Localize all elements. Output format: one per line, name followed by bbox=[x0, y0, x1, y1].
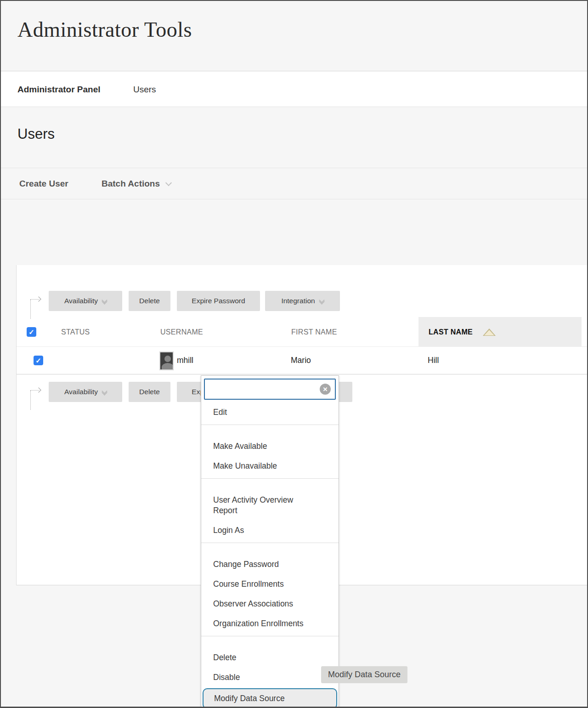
menu-item-make-unavailable[interactable]: Make Unavailable bbox=[201, 456, 339, 476]
menu-divider bbox=[201, 425, 339, 434]
modify-data-source-tooltip: Modify Data Source bbox=[321, 666, 407, 683]
menu-item-change-password[interactable]: Change Password bbox=[201, 555, 339, 574]
table-row: ✓ mhill Mario Hill bbox=[17, 347, 588, 374]
menu-item-organization-enrollments[interactable]: Organization Enrollments bbox=[201, 614, 339, 634]
delete-button[interactable]: Delete bbox=[129, 382, 170, 402]
cell-username[interactable]: mhill bbox=[177, 347, 193, 374]
page-header: Administrator Tools bbox=[1, 1, 587, 71]
triangle-up-sort-icon[interactable] bbox=[483, 329, 496, 336]
menu-item-disable[interactable]: Disable bbox=[201, 668, 339, 687]
menu-search-input[interactable] bbox=[205, 379, 335, 399]
menu-item-user-activity-overview-report[interactable]: User Activity Overview Report bbox=[201, 490, 339, 521]
menu-item-course-enrollments[interactable]: Course Enrollments bbox=[201, 574, 339, 594]
dotted-arrow-right-icon bbox=[30, 295, 42, 319]
menu-divider bbox=[201, 636, 339, 646]
column-header-first-name[interactable]: FIRST NAME bbox=[291, 317, 337, 347]
double-chevron-down-icon bbox=[102, 298, 107, 304]
menu-search-box: ✕ bbox=[204, 379, 336, 400]
user-context-menu: ✕ Edit Make Available Make Unavailable U… bbox=[201, 375, 339, 708]
menu-item-edit[interactable]: Edit bbox=[201, 402, 339, 422]
double-chevron-down-icon bbox=[102, 389, 107, 395]
column-header-status[interactable]: STATUS bbox=[61, 317, 90, 347]
table-header-row: ✓ STATUS USERNAME FIRST NAME LAST NAME bbox=[17, 317, 588, 347]
create-user-button[interactable]: Create User bbox=[19, 168, 68, 199]
chevron-down-icon bbox=[165, 180, 172, 186]
availability-button[interactable]: Availability bbox=[49, 291, 122, 311]
page-title: Administrator Tools bbox=[17, 17, 192, 42]
menu-divider bbox=[201, 543, 339, 552]
menu-item-modify-data-source[interactable]: Modify Data Source bbox=[203, 688, 337, 708]
menu-item-delete[interactable]: Delete bbox=[201, 648, 339, 668]
menu-item-make-available[interactable]: Make Available bbox=[201, 436, 339, 456]
column-header-last-name[interactable]: LAST NAME bbox=[429, 317, 473, 347]
select-all-checkbox[interactable]: ✓ bbox=[27, 327, 36, 337]
batch-actions-button[interactable]: Batch Actions bbox=[102, 168, 171, 199]
user-avatar bbox=[159, 351, 174, 370]
action-strip: Create User Batch Actions bbox=[1, 168, 587, 199]
row-checkbox[interactable]: ✓ bbox=[34, 356, 43, 365]
cell-first-name: Mario bbox=[291, 347, 311, 374]
integration-button[interactable]: Integration bbox=[265, 291, 340, 311]
menu-item-list: Edit Make Available Make Unavailable Use… bbox=[201, 402, 339, 708]
search-section: Search: Username Contains In All Users G… bbox=[1, 199, 587, 265]
breadcrumb: Administrator Panel Users bbox=[1, 72, 587, 107]
cell-last-name: Hill bbox=[428, 347, 439, 374]
expire-password-button[interactable]: Expire Password bbox=[177, 291, 260, 311]
x-circle-clear-icon[interactable]: ✕ bbox=[320, 384, 331, 395]
menu-item-login-as[interactable]: Login As bbox=[201, 521, 339, 540]
breadcrumb-users[interactable]: Users bbox=[133, 72, 156, 107]
column-header-username[interactable]: USERNAME bbox=[160, 317, 203, 347]
menu-item-observer-associations[interactable]: Observer Associations bbox=[201, 594, 339, 614]
delete-button[interactable]: Delete bbox=[129, 291, 170, 311]
dotted-arrow-right-icon bbox=[30, 386, 42, 410]
breadcrumb-administrator-panel[interactable]: Administrator Panel bbox=[17, 72, 101, 107]
double-chevron-down-icon bbox=[320, 298, 324, 304]
users-heading: Users bbox=[17, 126, 55, 142]
menu-divider bbox=[201, 478, 339, 488]
admin-tools-window: Administrator Tools Administrator Panel … bbox=[0, 0, 588, 708]
availability-button[interactable]: Availability bbox=[49, 382, 122, 402]
